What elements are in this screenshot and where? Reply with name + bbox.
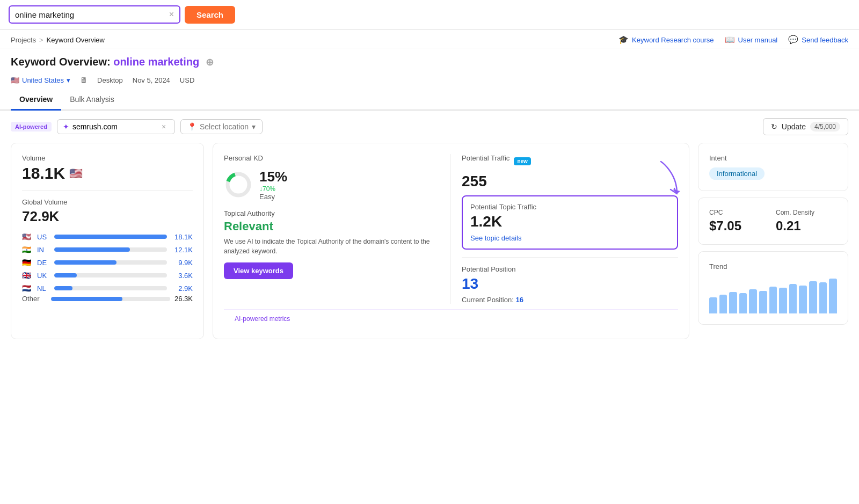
country-bar-bg xyxy=(54,260,167,265)
pkd-title: Personal KD xyxy=(224,154,440,162)
cpc-value: $7.05 xyxy=(709,218,770,233)
meta-row: 🇺🇸 United States ▾ 🖥 Desktop Nov 5, 2024… xyxy=(0,72,859,90)
country-value: 2.9K xyxy=(171,284,193,293)
page-title: Keyword Overview: online marketing ⊕ xyxy=(11,56,848,68)
intent-card: Intent Informational xyxy=(698,143,848,191)
location-pin-icon: 📍 xyxy=(187,122,196,131)
country-code[interactable]: DE xyxy=(37,259,50,267)
page-header: Keyword Overview: online marketing ⊕ xyxy=(0,48,859,72)
cpc-label: CPC xyxy=(709,209,770,216)
breadcrumb-separator: > xyxy=(39,36,43,44)
trend-bar xyxy=(759,291,767,313)
other-bar-bg xyxy=(51,297,170,301)
arrow-decoration xyxy=(650,156,688,204)
main-grid: Volume 18.1K 🇺🇸 Global Volume 72.9K 🇺🇸 U… xyxy=(0,143,859,350)
donut-row: 15% ↓70% Easy xyxy=(224,169,440,201)
date-label: Nov 5, 2024 xyxy=(133,76,170,84)
donut-chart xyxy=(224,170,253,199)
other-value: 26.3K xyxy=(174,295,193,303)
country-bar-bg xyxy=(54,273,167,277)
keyword-course-link[interactable]: 🎓 Keyword Research course xyxy=(618,35,714,45)
trend-bar xyxy=(719,295,727,313)
pkd-section: Personal KD 15% ↓70% Easy Topical Author… xyxy=(224,154,451,304)
country-code[interactable]: NL xyxy=(37,284,50,293)
nav-row: Projects > Keyword Overview 🎓 Keyword Re… xyxy=(0,30,859,48)
trend-bar xyxy=(769,287,777,313)
search-input[interactable] xyxy=(15,10,166,19)
trend-card: Trend xyxy=(698,251,848,325)
topical-value: Relevant xyxy=(224,220,440,233)
trend-bar xyxy=(809,281,817,313)
traffic-title-row: Potential Traffic new xyxy=(462,154,678,169)
location-select[interactable]: 📍 Select location ▾ xyxy=(180,119,263,134)
country-code[interactable]: IN xyxy=(37,246,50,254)
divider-1 xyxy=(22,190,193,191)
country-code[interactable]: UK xyxy=(37,272,50,280)
country-bar-bg xyxy=(54,247,167,252)
desktop-icon: 🖥 xyxy=(80,76,88,84)
see-topic-link[interactable]: See topic details xyxy=(470,234,521,242)
domain-input-wrapper: ✦ × xyxy=(57,119,175,134)
domain-clear-icon[interactable]: × xyxy=(162,122,166,131)
pkd-difficulty: Easy xyxy=(259,193,287,201)
sparkle-icon: ✦ xyxy=(63,122,69,131)
topic-traffic-label: Potential Topic Traffic xyxy=(470,203,669,211)
country-row: 🇳🇱 NL 2.9K xyxy=(22,284,193,293)
cpc-density-row: CPC $7.05 Com. Density 0.21 xyxy=(709,209,837,233)
percent-block: 15% ↓70% Easy xyxy=(259,169,287,201)
country-bar-fill xyxy=(54,247,130,252)
trend-bar xyxy=(709,297,717,313)
topical-description: We use AI to indicate the Topical Author… xyxy=(224,237,440,256)
currency-label: USD xyxy=(180,76,194,84)
tabs: Overview Bulk Analysis xyxy=(0,90,859,111)
pkd-percent: 15% xyxy=(259,169,287,185)
send-feedback-link[interactable]: 💬 Send feedback xyxy=(788,35,848,45)
trend-label: Trend xyxy=(709,262,837,271)
filter-row: AI-powered ✦ × 📍 Select location ▾ ↻ Upd… xyxy=(0,111,859,143)
plus-icon[interactable]: ⊕ xyxy=(206,57,214,68)
global-volume-value: 72.9K xyxy=(22,208,193,225)
country-value: 9.9K xyxy=(171,259,193,267)
trend-bar xyxy=(829,279,837,313)
refresh-icon: ↻ xyxy=(771,122,777,131)
ai-metrics-footer: AI-powered metrics xyxy=(224,309,678,328)
update-button[interactable]: ↻ Update 4/5,000 xyxy=(763,118,848,135)
position-section: Potential Position 13 Current Position: … xyxy=(462,265,678,304)
tab-bulk-analysis[interactable]: Bulk Analysis xyxy=(61,90,122,111)
cpc-block: CPC $7.05 xyxy=(709,209,770,233)
traffic-value: 255 xyxy=(462,173,678,190)
keyword-value: online marketing xyxy=(113,56,199,68)
country-bar-bg xyxy=(54,286,167,290)
chevron-down-icon-2: ▾ xyxy=(252,122,256,131)
trend-bar xyxy=(799,286,807,313)
location-placeholder: Select location xyxy=(200,122,249,131)
country-flag: 🇮🇳 xyxy=(22,245,33,254)
view-keywords-button[interactable]: View keywords xyxy=(224,262,293,279)
other-row: Other 26.3K xyxy=(22,295,193,303)
country-flag: 🇺🇸 xyxy=(22,232,33,241)
current-pos-value: 16 xyxy=(515,296,523,304)
user-manual-link[interactable]: 📖 User manual xyxy=(725,35,778,45)
country-bar-fill xyxy=(54,260,117,265)
trend-bar xyxy=(749,289,757,313)
tab-overview[interactable]: Overview xyxy=(11,90,61,111)
density-label: Com. Density xyxy=(776,209,837,216)
location-selector[interactable]: 🇺🇸 United States ▾ xyxy=(11,76,70,84)
position-value: 13 xyxy=(462,275,678,293)
course-label: Keyword Research course xyxy=(632,36,714,44)
update-label: Update xyxy=(782,122,806,131)
title-prefix: Keyword Overview: xyxy=(11,56,111,68)
breadcrumb-projects[interactable]: Projects xyxy=(11,36,36,44)
trend-bar xyxy=(789,284,797,313)
country-value: 18.1K xyxy=(171,233,193,241)
breadcrumb: Projects > Keyword Overview xyxy=(11,36,105,44)
intent-label: Intent xyxy=(709,154,837,162)
search-button[interactable]: Search xyxy=(185,6,235,24)
pkd-change: ↓70% xyxy=(259,185,287,193)
clear-icon[interactable]: × xyxy=(169,10,174,19)
density-value: 0.21 xyxy=(776,218,837,233)
feedback-label: Send feedback xyxy=(802,36,848,44)
domain-input[interactable] xyxy=(72,122,158,131)
country-code[interactable]: US xyxy=(37,233,50,241)
chat-icon: 💬 xyxy=(788,35,798,45)
